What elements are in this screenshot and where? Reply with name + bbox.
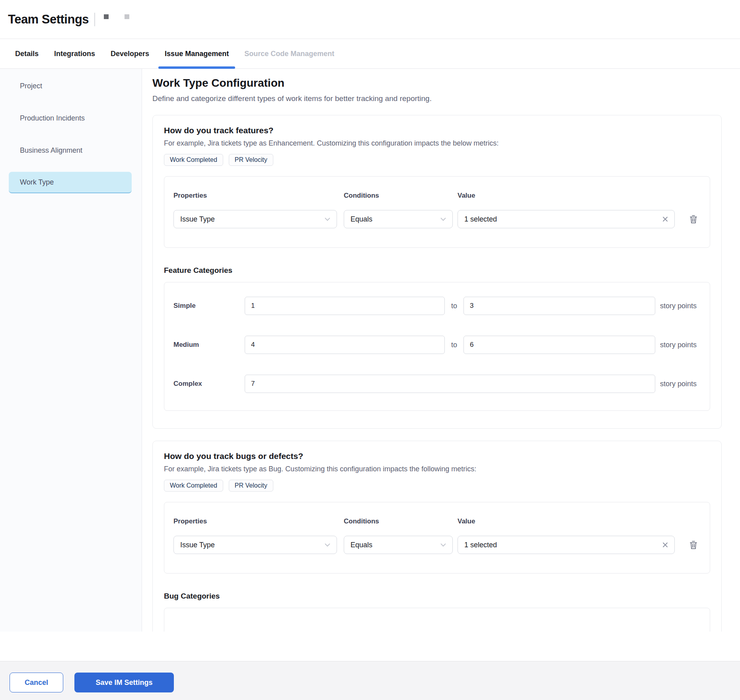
tab-source-code-management: Source Code Management xyxy=(244,39,334,68)
conditions-label: Conditions xyxy=(344,517,453,525)
features-rule-box: Properties Conditions Value Issue Type E… xyxy=(164,176,710,248)
small-square-icon-light xyxy=(125,14,129,19)
story-points-label: story points xyxy=(660,341,697,349)
main-content: Work Type Configuration Define and categ… xyxy=(142,69,740,632)
condition-select-value: Equals xyxy=(351,215,372,224)
rule-fields-row: Issue Type Equals 1 selected xyxy=(173,536,701,554)
save-im-settings-button[interactable]: Save IM Settings xyxy=(74,673,174,692)
footer-bar: Cancel Save IM Settings xyxy=(0,661,740,700)
property-select[interactable]: Issue Type xyxy=(173,210,337,228)
properties-label: Properties xyxy=(173,192,337,200)
category-row-complex: Complex story points xyxy=(173,375,701,393)
chevron-down-icon xyxy=(440,218,446,221)
chevron-down-icon xyxy=(325,543,330,547)
feature-categories-heading: Feature Categories xyxy=(164,266,710,275)
bugs-metric-badges: Work Completed PR Velocity xyxy=(164,480,710,492)
pr-velocity-badge: PR Velocity xyxy=(229,480,273,492)
body: Project Production Incidents Business Al… xyxy=(0,69,740,632)
value-label: Value xyxy=(458,517,675,525)
to-label: to xyxy=(445,302,463,310)
rule-labels-row: Properties Conditions Value xyxy=(173,192,701,200)
value-label: Value xyxy=(458,192,675,200)
chevron-down-icon xyxy=(440,543,446,547)
value-multiselect[interactable]: 1 selected xyxy=(458,210,675,228)
property-select-value: Issue Type xyxy=(180,541,215,549)
medium-to-input[interactable] xyxy=(463,336,655,354)
tab-integrations[interactable]: Integrations xyxy=(54,39,95,68)
sidebar-item-production-incidents[interactable]: Production Incidents xyxy=(9,107,132,129)
value-select-text: 1 selected xyxy=(464,215,497,224)
to-label: to xyxy=(445,341,463,349)
delete-rule-button[interactable] xyxy=(689,540,698,550)
bug-categories-heading: Bug Categories xyxy=(164,592,710,601)
medium-from-input[interactable] xyxy=(245,336,445,354)
conditions-label: Conditions xyxy=(344,192,453,200)
rule-labels-row: Properties Conditions Value xyxy=(173,517,701,525)
page-subtitle: Define and categorize different types of… xyxy=(152,94,722,103)
footer-gap xyxy=(0,632,740,661)
properties-label: Properties xyxy=(173,517,337,525)
category-row-medium: Medium to story points xyxy=(173,336,701,354)
bugs-rule-box: Properties Conditions Value Issue Type E… xyxy=(164,502,710,574)
work-completed-badge: Work Completed xyxy=(164,480,223,492)
bugs-section: How do you track bugs or defects? For ex… xyxy=(152,441,722,632)
feature-categories-box: Simple to story points Medium to story p… xyxy=(164,282,710,411)
story-points-label: story points xyxy=(660,302,697,310)
simple-to-input[interactable] xyxy=(463,297,655,315)
settings-sidebar: Project Production Incidents Business Al… xyxy=(0,69,142,632)
property-select[interactable]: Issue Type xyxy=(173,536,337,554)
app-header: Team Settings xyxy=(0,0,740,39)
chevron-down-icon xyxy=(325,218,330,221)
features-description: For example, Jira tickets type as Enhanc… xyxy=(164,139,710,148)
page-header-title: Team Settings xyxy=(8,12,89,27)
pr-velocity-badge: PR Velocity xyxy=(229,154,273,166)
title-separator xyxy=(94,13,95,26)
sidebar-item-project[interactable]: Project xyxy=(9,75,132,97)
small-square-icon-dark xyxy=(104,14,109,19)
condition-select-value: Equals xyxy=(351,541,372,549)
bugs-description: For example, Jira tickets type as Bug. C… xyxy=(164,465,710,473)
property-select-value: Issue Type xyxy=(180,215,215,224)
cancel-button[interactable]: Cancel xyxy=(10,673,63,692)
trash-icon xyxy=(689,540,698,550)
value-multiselect[interactable]: 1 selected xyxy=(458,536,675,554)
features-heading: How do you track features? xyxy=(164,126,710,135)
delete-rule-button[interactable] xyxy=(689,214,698,224)
condition-select[interactable]: Equals xyxy=(344,536,453,554)
simple-label: Simple xyxy=(173,302,245,310)
sidebar-item-business-alignment[interactable]: Business Alignment xyxy=(9,140,132,161)
value-select-text: 1 selected xyxy=(464,541,497,549)
story-points-label: story points xyxy=(660,380,697,388)
work-completed-badge: Work Completed xyxy=(164,154,223,166)
condition-select[interactable]: Equals xyxy=(344,210,453,228)
page-title: Work Type Configuration xyxy=(152,77,722,89)
complex-from-input[interactable] xyxy=(245,375,655,393)
bug-categories-box xyxy=(164,608,710,632)
medium-label: Medium xyxy=(173,341,245,349)
complex-label: Complex xyxy=(173,380,245,388)
clear-selection-icon[interactable] xyxy=(662,216,668,222)
tab-bar: Details Integrations Developers Issue Ma… xyxy=(0,39,740,69)
rule-fields-row: Issue Type Equals 1 selected xyxy=(173,210,701,228)
trash-icon xyxy=(689,214,698,224)
features-section: How do you track features? For example, … xyxy=(152,115,722,429)
features-metric-badges: Work Completed PR Velocity xyxy=(164,154,710,166)
bugs-heading: How do you track bugs or defects? xyxy=(164,451,710,461)
tab-details[interactable]: Details xyxy=(15,39,39,68)
tab-issue-management[interactable]: Issue Management xyxy=(165,39,229,68)
tab-developers[interactable]: Developers xyxy=(111,39,149,68)
sidebar-item-work-type[interactable]: Work Type xyxy=(9,172,132,193)
category-row-simple: Simple to story points xyxy=(173,297,701,315)
simple-from-input[interactable] xyxy=(245,297,445,315)
clear-selection-icon[interactable] xyxy=(662,542,668,548)
